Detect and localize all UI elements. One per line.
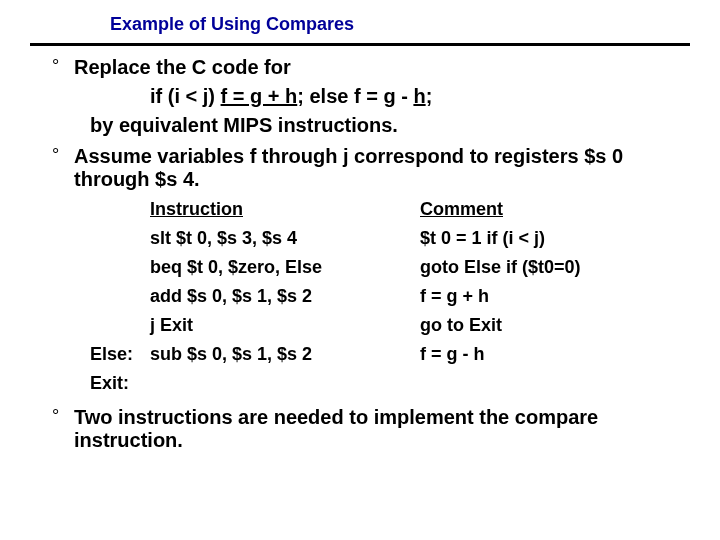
row-comment: goto Else if ($t0=0) bbox=[420, 257, 690, 278]
code-post: ; bbox=[426, 85, 433, 107]
row-instruction: add $s 0, $s 1, $s 2 bbox=[150, 286, 420, 307]
instruction-table: Instruction Comment slt $t 0, $s 3, $s 4… bbox=[90, 195, 690, 398]
header-instruction: Instruction bbox=[150, 199, 420, 220]
code-underline-1: f = g + h bbox=[221, 85, 298, 107]
code-underline-2: h bbox=[413, 85, 425, 107]
divider bbox=[30, 43, 690, 46]
bullet-marker: ° bbox=[52, 406, 66, 452]
row-instruction: beq $t 0, $zero, Else bbox=[150, 257, 420, 278]
bullet-marker: ° bbox=[52, 56, 66, 79]
row-instruction: j Exit bbox=[150, 315, 420, 336]
row-comment: $t 0 = 1 if (i < j) bbox=[420, 228, 690, 249]
bullet-2: ° Assume variables f through j correspon… bbox=[52, 145, 690, 191]
slide-title: Example of Using Compares bbox=[30, 10, 690, 43]
row-label: Else: bbox=[90, 344, 150, 365]
row-instruction: slt $t 0, $s 3, $s 4 bbox=[150, 228, 420, 249]
bullet-3: ° Two instructions are needed to impleme… bbox=[52, 406, 690, 452]
table-row: Else: sub $s 0, $s 1, $s 2 f = g - h bbox=[90, 340, 690, 369]
bullet-1: ° Replace the C code for bbox=[52, 56, 690, 79]
table-row: add $s 0, $s 1, $s 2 f = g + h bbox=[90, 282, 690, 311]
code-pre: if (i < j) bbox=[150, 85, 221, 107]
table-row: beq $t 0, $zero, Else goto Else if ($t0=… bbox=[90, 253, 690, 282]
table-row: slt $t 0, $s 3, $s 4 $t 0 = 1 if (i < j) bbox=[90, 224, 690, 253]
row-comment: f = g - h bbox=[420, 344, 690, 365]
sub-line-1: by equivalent MIPS instructions. bbox=[90, 114, 690, 137]
bullet-3-text: Two instructions are needed to implement… bbox=[74, 406, 690, 452]
row-comment: f = g + h bbox=[420, 286, 690, 307]
slide: Example of Using Compares ° Replace the … bbox=[0, 0, 720, 464]
row-instruction: sub $s 0, $s 1, $s 2 bbox=[150, 344, 420, 365]
table-header: Instruction Comment bbox=[90, 195, 690, 224]
code-line: if (i < j) f = g + h; else f = g - h; bbox=[150, 85, 690, 108]
bullet-marker: ° bbox=[52, 145, 66, 191]
row-label: Exit: bbox=[90, 373, 150, 394]
code-mid: ; else f = g - bbox=[297, 85, 413, 107]
row-comment: go to Exit bbox=[420, 315, 690, 336]
table-row: j Exit go to Exit bbox=[90, 311, 690, 340]
table-row: Exit: bbox=[90, 369, 690, 398]
bullet-2-text: Assume variables f through j correspond … bbox=[74, 145, 690, 191]
bullet-1-text: Replace the C code for bbox=[74, 56, 291, 79]
header-comment: Comment bbox=[420, 199, 690, 220]
